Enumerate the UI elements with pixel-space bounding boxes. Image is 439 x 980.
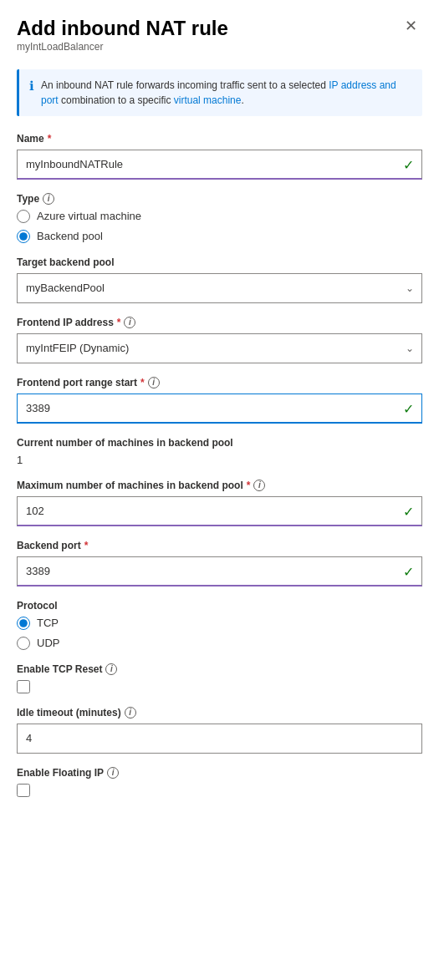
frontend-port-info-icon[interactable]: i <box>148 377 160 388</box>
backend-port-input-wrapper: ✓ <box>17 556 422 586</box>
idle-timeout-info-icon[interactable]: i <box>125 707 136 718</box>
target-backend-pool-wrapper: myBackendPool ⌄ <box>17 273 422 303</box>
frontend-ip-label: Frontend IP address * i <box>17 317 422 328</box>
current-machines-label: Current number of machines in backend po… <box>17 437 422 449</box>
enable-floating-ip-group: Enable Floating IP i <box>17 767 422 797</box>
max-machines-info-icon[interactable]: i <box>253 480 265 491</box>
enable-floating-ip-label: Enable Floating IP i <box>17 767 422 779</box>
type-field-group: Type i Azure virtual machine Backend poo… <box>17 193 422 243</box>
backend-port-label: Backend port * <box>17 540 422 551</box>
panel-subtitle: myIntLoadBalancer <box>17 41 228 53</box>
frontend-ip-select[interactable]: myIntFEIP (Dynamic) <box>17 333 422 363</box>
idle-timeout-group: Idle timeout (minutes) i <box>17 707 422 754</box>
enable-tcp-reset-group: Enable TCP Reset i <box>17 663 422 693</box>
max-machines-input[interactable] <box>17 496 422 526</box>
idle-timeout-label: Idle timeout (minutes) i <box>17 707 422 718</box>
frontend-port-group: Frontend port range start * i ✓ <box>17 377 422 424</box>
protocol-udp-radio[interactable] <box>17 637 30 650</box>
type-radio-group: Azure virtual machine Backend pool <box>17 210 422 243</box>
max-machines-label: Maximum number of machines in backend po… <box>17 480 422 491</box>
frontend-port-input[interactable] <box>17 394 422 424</box>
name-input-wrapper: ✓ <box>17 150 422 180</box>
close-button[interactable]: ✕ <box>400 17 422 35</box>
backend-port-required: * <box>84 540 89 551</box>
protocol-udp-label: UDP <box>37 637 59 649</box>
frontend-port-label: Frontend port range start * i <box>17 377 422 388</box>
type-azure-vm-radio[interactable] <box>17 210 30 223</box>
backend-port-check-icon: ✓ <box>403 563 414 579</box>
name-label: Name * <box>17 133 422 145</box>
panel-title: Add inbound NAT rule <box>17 17 228 41</box>
protocol-field-group: Protocol TCP UDP <box>17 600 422 650</box>
info-box: ℹ An inbound NAT rule forwards incoming … <box>17 69 422 116</box>
panel-header: Add inbound NAT rule myIntLoadBalancer ✕ <box>17 17 422 66</box>
backend-port-group: Backend port * ✓ <box>17 540 422 586</box>
type-backend-pool-option[interactable]: Backend pool <box>17 230 422 243</box>
enable-tcp-reset-checkbox[interactable] <box>17 680 30 693</box>
max-machines-required: * <box>247 480 251 491</box>
info-icon: ℹ <box>29 79 34 94</box>
info-text: An inbound NAT rule forwards incoming tr… <box>41 78 412 108</box>
frontend-ip-group: Frontend IP address * i myIntFEIP (Dynam… <box>17 317 422 363</box>
type-backend-pool-radio[interactable] <box>17 230 30 243</box>
frontend-ip-wrapper: myIntFEIP (Dynamic) ⌄ <box>17 333 422 363</box>
max-machines-group: Maximum number of machines in backend po… <box>17 480 422 526</box>
max-machines-input-wrapper: ✓ <box>17 496 422 526</box>
max-machines-check-icon: ✓ <box>403 503 414 519</box>
tcp-reset-info-icon[interactable]: i <box>105 663 117 675</box>
type-azure-vm-label: Azure virtual machine <box>37 210 141 222</box>
frontend-port-check-icon: ✓ <box>403 400 414 416</box>
type-backend-pool-label: Backend pool <box>37 230 103 242</box>
name-field-group: Name * ✓ <box>17 133 422 180</box>
current-machines-value: 1 <box>17 454 422 466</box>
name-input[interactable] <box>17 150 422 180</box>
name-check-icon: ✓ <box>403 156 414 172</box>
frontend-port-required: * <box>140 377 145 388</box>
protocol-tcp-radio[interactable] <box>17 617 30 630</box>
type-info-icon[interactable]: i <box>43 193 54 205</box>
floating-ip-info-icon[interactable]: i <box>107 767 119 779</box>
protocol-tcp-label: TCP <box>37 617 59 629</box>
enable-tcp-reset-checkbox-wrapper <box>17 680 422 693</box>
target-backend-pool-select[interactable]: myBackendPool <box>17 273 422 303</box>
backend-port-input[interactable] <box>17 556 422 586</box>
target-backend-pool-label: Target backend pool <box>17 256 422 268</box>
protocol-radio-group: TCP UDP <box>17 617 422 650</box>
add-nat-rule-panel: Add inbound NAT rule myIntLoadBalancer ✕… <box>0 0 439 835</box>
enable-floating-ip-checkbox-wrapper <box>17 784 422 797</box>
idle-timeout-input[interactable] <box>17 724 422 754</box>
protocol-tcp-option[interactable]: TCP <box>17 617 422 630</box>
type-azure-vm-option[interactable]: Azure virtual machine <box>17 210 422 223</box>
name-required: * <box>48 133 52 145</box>
enable-tcp-reset-label: Enable TCP Reset i <box>17 663 422 675</box>
current-machines-group: Current number of machines in backend po… <box>17 437 422 466</box>
protocol-udp-option[interactable]: UDP <box>17 637 422 650</box>
frontend-ip-info-icon[interactable]: i <box>124 317 135 328</box>
frontend-port-input-wrapper: ✓ <box>17 394 422 424</box>
frontend-ip-required: * <box>117 317 121 328</box>
type-label: Type i <box>17 193 422 205</box>
enable-floating-ip-checkbox[interactable] <box>17 784 30 797</box>
protocol-label: Protocol <box>17 600 422 612</box>
target-backend-pool-group: Target backend pool myBackendPool ⌄ <box>17 256 422 303</box>
